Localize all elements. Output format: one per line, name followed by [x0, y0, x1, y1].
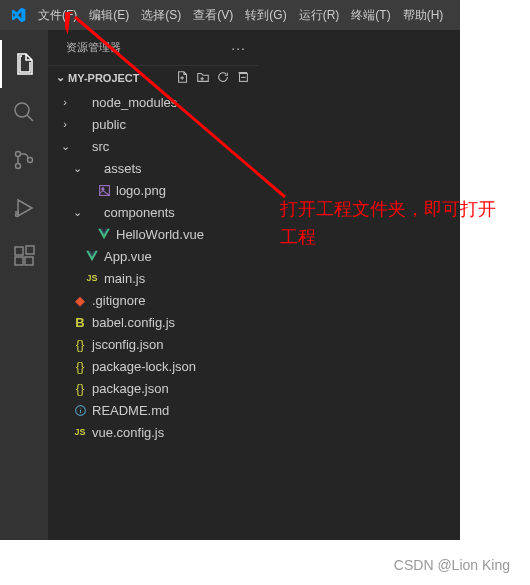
tree-item-label: assets [104, 161, 142, 176]
svg-point-3 [28, 158, 33, 163]
json-icon: {} [72, 380, 88, 396]
sidebar-title: 资源管理器 [66, 40, 121, 55]
json-icon: {} [72, 358, 88, 374]
folder-icon [72, 116, 88, 132]
js-icon: JS [84, 270, 100, 286]
folder-icon [72, 94, 88, 110]
menu-go[interactable]: 转到(G) [239, 0, 292, 30]
chevron-icon: › [58, 96, 72, 108]
menu-terminal[interactable]: 终端(T) [345, 0, 396, 30]
svg-point-11 [101, 187, 103, 189]
file-tree: ›node_modules›public⌄src⌄assetslogo.png⌄… [48, 89, 258, 540]
chevron-icon: ⌄ [70, 162, 84, 175]
svg-rect-8 [26, 246, 34, 254]
tree-item[interactable]: JSvue.config.js [48, 421, 258, 443]
tree-item-label: main.js [104, 271, 145, 286]
chevron-icon: ⌄ [58, 140, 72, 153]
vue-icon [84, 248, 100, 264]
project-header[interactable]: ⌄ MY-PROJECT [48, 65, 258, 89]
tree-item-label: vue.config.js [92, 425, 164, 440]
tree-item-label: logo.png [116, 183, 166, 198]
folder-icon [84, 204, 100, 220]
more-actions-icon[interactable]: ··· [231, 40, 246, 56]
new-file-icon[interactable] [176, 70, 190, 86]
svg-rect-5 [15, 247, 23, 255]
tree-item[interactable]: ⌄components [48, 201, 258, 223]
tree-item-label: components [104, 205, 175, 220]
tree-item[interactable]: Bbabel.config.js [48, 311, 258, 333]
search-icon[interactable] [0, 88, 48, 136]
tree-item-label: jsconfig.json [92, 337, 164, 352]
menu-run[interactable]: 运行(R) [293, 0, 346, 30]
menu-view[interactable]: 查看(V) [187, 0, 239, 30]
menu-help[interactable]: 帮助(H) [397, 0, 450, 30]
svg-point-0 [15, 103, 29, 117]
collapse-all-icon[interactable] [236, 70, 250, 86]
vscode-logo-icon [10, 7, 26, 23]
tree-item-label: src [92, 139, 109, 154]
tree-item[interactable]: logo.png [48, 179, 258, 201]
info-icon [72, 402, 88, 418]
chevron-icon: ⌄ [70, 206, 84, 219]
img-icon [96, 182, 112, 198]
chevron-icon: › [58, 118, 72, 130]
run-debug-icon[interactable] [0, 184, 48, 232]
extensions-icon[interactable] [0, 232, 48, 280]
tree-item-label: .gitignore [92, 293, 145, 308]
svg-rect-6 [15, 257, 23, 265]
vue-icon [96, 226, 112, 242]
sidebar-header: 资源管理器 ··· [48, 30, 258, 65]
babel-icon: B [72, 314, 88, 330]
tree-item[interactable]: HelloWorld.vue [48, 223, 258, 245]
watermark: CSDN @Lion King [394, 557, 510, 573]
folder-icon [72, 138, 88, 154]
folder-icon [84, 160, 100, 176]
activity-bar [0, 30, 48, 540]
tree-item[interactable]: README.md [48, 399, 258, 421]
project-name: MY-PROJECT [68, 72, 176, 84]
refresh-icon[interactable] [216, 70, 230, 86]
tree-item[interactable]: {}package-lock.json [48, 355, 258, 377]
svg-point-4 [16, 214, 19, 217]
tree-item[interactable]: App.vue [48, 245, 258, 267]
tree-item-label: README.md [92, 403, 169, 418]
tree-item-label: public [92, 117, 126, 132]
menu-edit[interactable]: 编辑(E) [83, 0, 135, 30]
tree-item[interactable]: {}jsconfig.json [48, 333, 258, 355]
chevron-down-icon: ⌄ [52, 71, 68, 84]
tree-item-label: package.json [92, 381, 169, 396]
tree-item-label: babel.config.js [92, 315, 175, 330]
menu-file[interactable]: 文件(F) [32, 0, 83, 30]
source-control-icon[interactable] [0, 136, 48, 184]
menubar: 文件(F) 编辑(E) 选择(S) 查看(V) 转到(G) 运行(R) 终端(T… [0, 0, 460, 30]
tree-item[interactable]: JSmain.js [48, 267, 258, 289]
tree-item-label: package-lock.json [92, 359, 196, 374]
new-folder-icon[interactable] [196, 70, 210, 86]
git-icon: ◆ [72, 292, 88, 308]
svg-point-2 [16, 164, 21, 169]
json-icon: {} [72, 336, 88, 352]
tree-item-label: HelloWorld.vue [116, 227, 204, 242]
tree-item[interactable]: ›node_modules [48, 91, 258, 113]
menu-selection[interactable]: 选择(S) [135, 0, 187, 30]
js-icon: JS [72, 424, 88, 440]
tree-item[interactable]: {}package.json [48, 377, 258, 399]
tree-item-label: App.vue [104, 249, 152, 264]
sidebar: 资源管理器 ··· ⌄ MY-PROJECT [48, 30, 258, 540]
svg-point-1 [16, 152, 21, 157]
svg-rect-7 [25, 257, 33, 265]
tree-item-label: node_modules [92, 95, 177, 110]
tree-item[interactable]: ⌄assets [48, 157, 258, 179]
explorer-icon[interactable] [0, 40, 48, 88]
tree-item[interactable]: ◆.gitignore [48, 289, 258, 311]
tree-item[interactable]: ⌄src [48, 135, 258, 157]
tree-item[interactable]: ›public [48, 113, 258, 135]
